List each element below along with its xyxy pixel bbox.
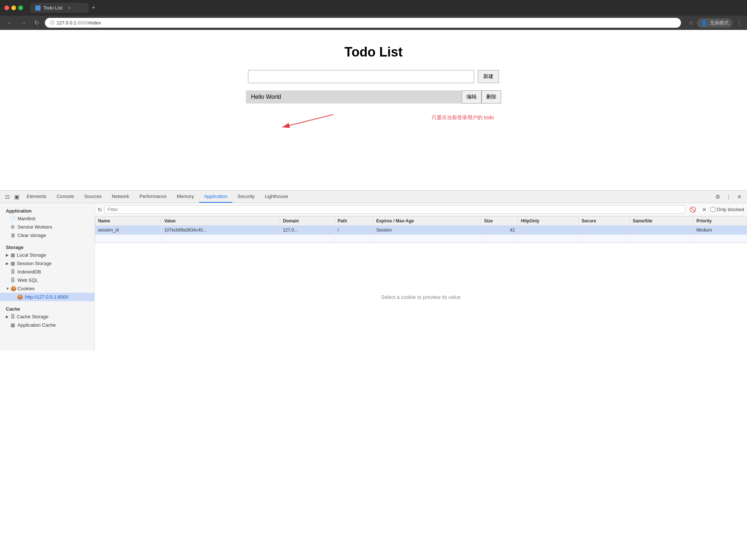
- tab-network[interactable]: Network: [107, 191, 135, 203]
- col-value[interactable]: Value: [161, 217, 280, 226]
- minimize-traffic-light[interactable]: [11, 5, 16, 10]
- col-domain[interactable]: Domain: [280, 217, 334, 226]
- only-blocked-input[interactable]: [711, 207, 715, 212]
- traffic-lights: [4, 5, 23, 10]
- forward-button[interactable]: →: [18, 19, 28, 27]
- browser-more-button[interactable]: ⋮: [736, 19, 743, 27]
- cache-storage-icon: 🗄: [10, 314, 15, 319]
- sidebar-item-service-workers-label: Service Workers: [18, 224, 52, 230]
- delete-button[interactable]: 删除: [481, 90, 501, 104]
- sidebar-item-websql[interactable]: 🗄 Web SQL: [0, 276, 94, 284]
- manifest-icon: 📄: [10, 216, 15, 221]
- col-priority[interactable]: Priority: [693, 217, 747, 226]
- back-button[interactable]: ←: [4, 19, 15, 27]
- tab-performance[interactable]: Performance: [134, 191, 171, 203]
- devtools-settings-icon[interactable]: ⚙: [713, 191, 722, 202]
- sidebar-item-service-workers[interactable]: ⚙ Service Workers: [0, 223, 94, 231]
- sidebar-item-cookies-child[interactable]: 🍪 http://127.0.0.1:8000: [0, 293, 94, 301]
- cell-expires: Session: [373, 226, 481, 235]
- cell-path: /: [334, 226, 373, 235]
- sidebar-item-clear-storage[interactable]: 🗑 Clear storage: [0, 231, 94, 240]
- cookie-table-wrap: Name Value Domain Path Expires / Max-Age…: [95, 216, 747, 243]
- lock-icon: ⓘ: [50, 20, 54, 26]
- devtools-close-icon[interactable]: ✕: [735, 191, 744, 202]
- only-blocked-checkbox[interactable]: Only blocked: [711, 207, 744, 212]
- col-size[interactable]: Size: [481, 217, 518, 226]
- col-path[interactable]: Path: [334, 217, 373, 226]
- sidebar-item-cookies-label: Cookies: [18, 286, 35, 291]
- filter-refresh-button[interactable]: ↻: [98, 207, 102, 213]
- nav-bar: ← → ↻ ⓘ 127.0.0.1:8000/index ☆ 👤 无痕模式 ⋮: [0, 16, 747, 30]
- col-httponly[interactable]: HttpOnly: [518, 217, 578, 226]
- tab-console[interactable]: Console: [51, 191, 79, 203]
- svg-line-1: [282, 114, 333, 127]
- devtools-more-icon[interactable]: ⋮: [724, 191, 734, 202]
- table-header-row: Name Value Domain Path Expires / Max-Age…: [95, 217, 747, 226]
- sidebar-item-websql-label: Web SQL: [18, 277, 38, 283]
- sidebar-item-cookies[interactable]: ▼ 🍪 Cookies: [0, 284, 94, 293]
- local-storage-icon: ▦: [10, 253, 15, 258]
- active-tab[interactable]: Todo List ×: [30, 3, 89, 13]
- only-blocked-label: Only blocked: [717, 207, 744, 212]
- cell-domain: 127.0...: [280, 226, 334, 235]
- page-content: Todo List 新建 Hello World 编辑 删除 只显示当前登录用户…: [0, 30, 747, 190]
- sidebar-section-storage: Storage: [0, 242, 94, 251]
- filter-clear-button[interactable]: ✕: [700, 206, 708, 213]
- incognito-icon: 👤: [701, 20, 708, 26]
- sidebar-item-local-storage[interactable]: ▶ ▦ Local Storage: [0, 251, 94, 259]
- tab-application[interactable]: Application: [199, 191, 233, 203]
- new-tab-button[interactable]: +: [92, 4, 96, 12]
- tab-memory[interactable]: Memory: [172, 191, 199, 203]
- sidebar-item-cache-storage[interactable]: ▶ 🗄 Cache Storage: [0, 312, 94, 321]
- cell-samesite: [630, 226, 693, 235]
- col-secure[interactable]: Secure: [578, 217, 630, 226]
- cookie-preview-text: Select a cookie to preview its value: [381, 294, 461, 300]
- todo-input[interactable]: [248, 70, 474, 83]
- cookies-icon: 🍪: [11, 286, 16, 291]
- cache-storage-arrow: ▶: [6, 315, 9, 319]
- clear-storage-icon: 🗑: [10, 233, 15, 238]
- sidebar-item-manifest[interactable]: 📄 Manifest: [0, 214, 94, 223]
- col-name[interactable]: Name: [95, 217, 161, 226]
- page-title: Todo List: [7, 44, 740, 60]
- address-bar[interactable]: ⓘ 127.0.0.1:8000/index: [45, 18, 681, 28]
- tab-security[interactable]: Security: [232, 191, 260, 203]
- title-bar: Todo List × +: [0, 0, 747, 16]
- table-row-empty: [95, 235, 747, 243]
- sidebar-section-cache: Cache: [0, 304, 94, 312]
- indexeddb-icon: 🗄: [10, 269, 15, 275]
- filter-input[interactable]: [104, 205, 685, 214]
- table-row[interactable]: session_id 107ecb89a3634c40... 127.0... …: [95, 226, 747, 235]
- edit-button[interactable]: 编辑: [462, 90, 481, 104]
- session-storage-icon: ▦: [10, 261, 15, 266]
- tab-close-icon[interactable]: ×: [68, 5, 71, 11]
- sidebar-item-indexeddb[interactable]: 🗄 IndexedDB: [0, 268, 94, 276]
- filter-block-button[interactable]: 🚫: [688, 206, 698, 214]
- create-button[interactable]: 新建: [478, 70, 499, 83]
- incognito-button[interactable]: 👤 无痕模式: [697, 18, 732, 28]
- refresh-button[interactable]: ↻: [32, 19, 41, 27]
- sidebar-item-session-storage[interactable]: ▶ ▦ Session Storage: [0, 259, 94, 268]
- incognito-label: 无痕模式: [710, 20, 729, 26]
- element-picker-icon[interactable]: ⊡: [3, 191, 12, 202]
- maximize-traffic-light[interactable]: [18, 5, 23, 10]
- col-expires[interactable]: Expires / Max-Age: [373, 217, 481, 226]
- close-traffic-light[interactable]: [4, 5, 9, 10]
- bookmark-icon[interactable]: ☆: [688, 19, 693, 26]
- devtools-main: ↻ 🚫 ✕ Only blocked Name Value Domain: [95, 203, 747, 351]
- device-toggle-icon[interactable]: ▣: [12, 191, 22, 202]
- tab-sources[interactable]: Sources: [79, 191, 107, 203]
- browser-chrome: Todo List × + ← → ↻ ⓘ 127.0.0.1:8000/ind…: [0, 0, 747, 30]
- devtools-sidebar: Application 📄 Manifest ⚙ Service Workers…: [0, 203, 95, 351]
- tab-bar: Todo List × +: [30, 3, 96, 13]
- devtools-toolbar: ⊡ ▣ Elements Console Sources Network Per…: [0, 191, 747, 203]
- cell-size: 42: [481, 226, 518, 235]
- session-storage-arrow: ▶: [6, 261, 9, 265]
- tab-elements[interactable]: Elements: [22, 191, 51, 203]
- cell-name: session_id: [95, 226, 161, 235]
- col-samesite[interactable]: SameSite: [630, 217, 693, 226]
- sidebar-item-app-cache[interactable]: ▦ Application Cache: [0, 321, 94, 329]
- tab-title: Todo List: [43, 5, 62, 11]
- tab-lighthouse[interactable]: Lighthouse: [260, 191, 293, 203]
- sidebar-item-session-storage-label: Session Storage: [17, 261, 51, 266]
